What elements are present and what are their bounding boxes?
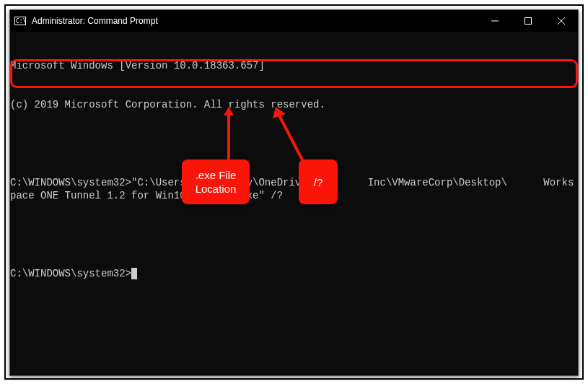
cmd-icon: C:\: [10, 10, 30, 32]
callout-label: /?: [314, 175, 323, 189]
window-controls: [478, 10, 578, 32]
terminal-prompt: C:\WINDOWS\system32>: [10, 267, 575, 280]
blank-line: [10, 228, 575, 241]
svg-rect-3: [525, 18, 532, 25]
close-button[interactable]: [545, 10, 578, 32]
outer-border: C:\ Administrator: Command Prompt: [4, 4, 584, 380]
maximize-button[interactable]: [512, 10, 545, 32]
blank-line: [10, 137, 575, 150]
terminal-line-copyright: (c) 2019 Microsoft Corporation. All righ…: [10, 98, 575, 111]
window-title: Administrator: Command Prompt: [30, 16, 478, 26]
svg-text:C:\: C:\: [16, 18, 26, 25]
terminal-area[interactable]: Microsoft Windows [Version 10.0.18363.65…: [10, 32, 578, 375]
annotation-callout-help-switch: /?: [299, 160, 338, 204]
annotation-arrow-2: [271, 79, 329, 162]
terminal-line-version: Microsoft Windows [Version 10.0.18363.65…: [10, 59, 575, 72]
page-frame: C:\ Administrator: Command Prompt: [0, 0, 588, 384]
titlebar[interactable]: C:\ Administrator: Command Prompt: [10, 10, 578, 32]
prompt-text: C:\WINDOWS\system32>: [10, 268, 131, 279]
callout-label: .exe File Location: [189, 168, 242, 196]
cursor: [131, 268, 137, 279]
minimize-button[interactable]: [478, 10, 512, 32]
command-prompt-window: C:\ Administrator: Command Prompt: [9, 9, 579, 376]
annotation-callout-exe-location: .exe File Location: [182, 160, 250, 204]
terminal-command-line: C:\WINDOWS\system32>"C:\Users\dweatherly…: [10, 176, 575, 202]
